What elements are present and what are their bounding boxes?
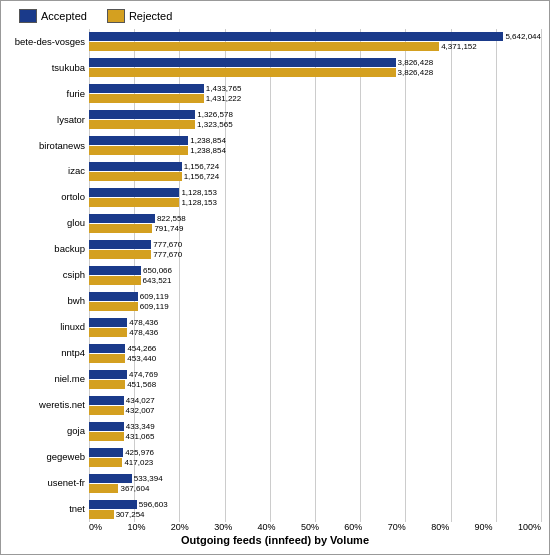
rejected-bar — [89, 120, 195, 129]
x-axis-labels: 0%10%20%30%40%50%60%70%80%90%100% — [89, 522, 541, 532]
accepted-bar — [89, 162, 182, 171]
accepted-bar — [89, 500, 137, 509]
legend-accepted: Accepted — [19, 9, 87, 23]
accepted-bar — [89, 32, 503, 41]
y-label: linuxd — [9, 322, 85, 332]
x-tick: 30% — [214, 522, 232, 532]
accepted-bar — [89, 396, 124, 405]
bar-row: 822,558791,749 — [89, 211, 541, 237]
bar-row: 650,066643,521 — [89, 263, 541, 289]
accepted-value: 3,826,428 — [398, 58, 434, 67]
rejected-value: 4,371,152 — [441, 42, 477, 51]
rejected-value: 453,440 — [127, 354, 156, 363]
bars-and-grid: 5,642,0444,371,1523,826,4283,826,4281,43… — [89, 29, 541, 522]
rejected-value: 1,431,222 — [206, 94, 242, 103]
rejected-value: 432,007 — [126, 406, 155, 415]
accepted-bar — [89, 448, 123, 457]
bar-row: 1,326,5781,323,565 — [89, 107, 541, 133]
rejected-bar — [89, 302, 138, 311]
rejected-bar — [89, 146, 188, 155]
accepted-value: 1,128,153 — [181, 188, 217, 197]
rejected-value: 478,436 — [129, 328, 158, 337]
rejected-value: 1,156,724 — [184, 172, 220, 181]
accepted-bar — [89, 240, 151, 249]
y-label: izac — [9, 166, 85, 176]
bar-row: 609,119609,119 — [89, 289, 541, 315]
x-tick: 70% — [388, 522, 406, 532]
accepted-icon — [19, 9, 37, 23]
accepted-value: 478,436 — [129, 318, 158, 327]
accepted-bar — [89, 292, 138, 301]
y-label: tsukuba — [9, 63, 85, 73]
accepted-value: 533,394 — [134, 474, 163, 483]
x-tick: 100% — [518, 522, 541, 532]
bar-row: 5,642,0444,371,152 — [89, 29, 541, 55]
rejected-bar — [89, 406, 124, 415]
legend: Accepted Rejected — [9, 9, 541, 23]
accepted-bar — [89, 344, 125, 353]
rejected-value: 367,604 — [120, 484, 149, 493]
rejected-value: 1,128,153 — [181, 198, 217, 207]
bar-row: 1,128,1531,128,153 — [89, 185, 541, 211]
bar-row: 596,603307,254 — [89, 496, 541, 522]
rejected-bar — [89, 458, 122, 467]
bar-row: 777,670777,670 — [89, 237, 541, 263]
bar-row: 434,027432,007 — [89, 392, 541, 418]
rejected-bar — [89, 198, 179, 207]
rejected-value: 777,670 — [153, 250, 182, 259]
rejected-bar — [89, 354, 125, 363]
x-tick: 10% — [127, 522, 145, 532]
accepted-value: 5,642,044 — [505, 32, 541, 41]
accepted-value: 822,558 — [157, 214, 186, 223]
rejected-value: 1,323,565 — [197, 120, 233, 129]
accepted-value: 433,349 — [126, 422, 155, 431]
rejected-value: 609,119 — [140, 302, 169, 311]
rejected-icon — [107, 9, 125, 23]
rejected-bar — [89, 484, 118, 493]
bars-section: bete-des-vosgestsukubafurielysatorbirota… — [9, 29, 541, 522]
rejected-value: 791,749 — [154, 224, 183, 233]
bar-row: 1,156,7241,156,724 — [89, 159, 541, 185]
accepted-value: 1,238,854 — [190, 136, 226, 145]
y-labels: bete-des-vosgestsukubafurielysatorbirota… — [9, 29, 89, 522]
accepted-bar — [89, 266, 141, 275]
accepted-bar — [89, 370, 127, 379]
rejected-bar — [89, 94, 204, 103]
bar-row: 1,238,8541,238,854 — [89, 133, 541, 159]
accepted-bar — [89, 318, 127, 327]
accepted-value: 454,266 — [127, 344, 156, 353]
accepted-value: 1,433,765 — [206, 84, 242, 93]
accepted-value: 596,603 — [139, 500, 168, 509]
y-label: birotanews — [9, 141, 85, 151]
accepted-value: 609,119 — [140, 292, 169, 301]
y-label: usenet-fr — [9, 478, 85, 488]
rejected-bar — [89, 432, 124, 441]
accepted-bar — [89, 422, 124, 431]
accepted-bar — [89, 110, 195, 119]
y-label: nntp4 — [9, 348, 85, 358]
rejected-value: 643,521 — [143, 276, 172, 285]
x-tick: 80% — [431, 522, 449, 532]
y-label: lysator — [9, 115, 85, 125]
x-tick: 20% — [171, 522, 189, 532]
accepted-value: 425,976 — [125, 448, 154, 457]
rejected-bar — [89, 68, 396, 77]
x-axis-row: 0%10%20%30%40%50%60%70%80%90%100% — [9, 522, 541, 532]
accepted-bar — [89, 84, 204, 93]
y-label: ortolo — [9, 192, 85, 202]
rejected-value: 451,568 — [127, 380, 156, 389]
y-label: csiph — [9, 270, 85, 280]
y-label: weretis.net — [9, 400, 85, 410]
bar-row: 454,266453,440 — [89, 340, 541, 366]
y-label: glou — [9, 218, 85, 228]
chart-container: Accepted Rejected bete-des-vosgestsukuba… — [0, 0, 550, 555]
accepted-bar — [89, 214, 155, 223]
accepted-bar — [89, 188, 179, 197]
bar-row: 1,433,7651,431,222 — [89, 81, 541, 107]
x-tick: 50% — [301, 522, 319, 532]
rejected-value: 3,826,428 — [398, 68, 434, 77]
rejected-bar — [89, 380, 125, 389]
rejected-value: 417,023 — [124, 458, 153, 467]
accepted-label: Accepted — [41, 10, 87, 22]
rejected-bar — [89, 510, 114, 519]
